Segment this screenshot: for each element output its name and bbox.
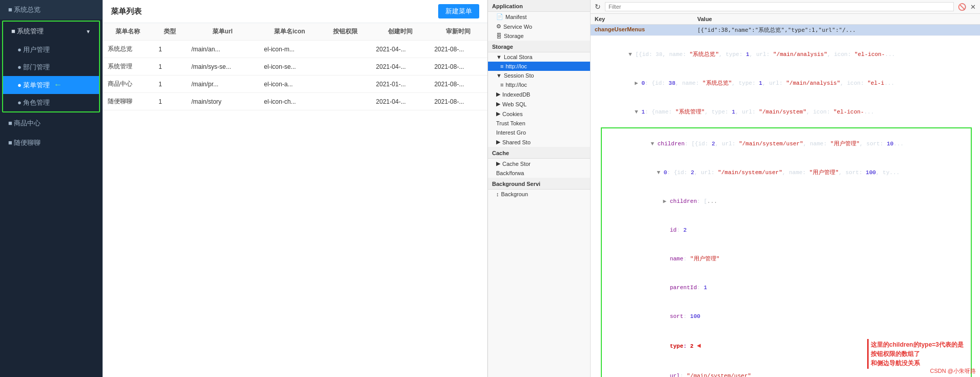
devtools-indexeddb-label: IndexedDB <box>502 91 530 98</box>
devtools-section-cache: Cache <box>488 147 590 159</box>
table-cell: 2021-04-... <box>371 41 429 58</box>
json-line-child-0[interactable]: ▼ 0: {id: 2, url: "/main/system/user", n… <box>604 158 969 187</box>
json-line-parentid: parentId: 1 <box>604 274 969 303</box>
json-line-type: type: 2 ◄ <box>604 331 969 362</box>
devtools-interest-groups[interactable]: Interest Gro <box>488 128 590 137</box>
grid-icon: ≡ <box>500 63 503 69</box>
table-cell: 1 <box>153 93 186 110</box>
json-line-children-expand[interactable]: ▶ children: [... <box>604 187 969 216</box>
filter-input[interactable] <box>605 2 954 11</box>
devtools-session-http-label: http://loc <box>505 82 527 88</box>
json-line-root[interactable]: ▼ [{id: 38, name: "系统总览", type: 1, url: … <box>595 40 976 69</box>
new-menu-button[interactable]: 新建菜单 <box>438 4 479 18</box>
table-row: 系统总览1/main/an...el-icon-m...2021-04-...2… <box>103 41 487 58</box>
sidebar-item-chat[interactable]: ■ 随便聊聊 <box>0 133 102 153</box>
devtools-panel: Application 📄 Manifest ⚙ Service Wo 🗄 St… <box>487 0 980 377</box>
json-line-sort: sort: 100 <box>604 303 969 331</box>
grid-icon: ≡ <box>500 82 503 88</box>
arrow-icon: ← <box>54 80 62 89</box>
devtools-cookies[interactable]: ▶ Cookies <box>488 109 590 119</box>
devtools-session-storage[interactable]: ▼ Session Sto <box>488 71 590 80</box>
table-header-row: 菜单名称 类型 菜单url 菜单名icon 按钮权限 创建时间 审新时间 <box>103 23 487 41</box>
devtools-background-label: Backgroun <box>501 191 528 197</box>
watermark: CSDN @小朱呀路 <box>930 367 976 375</box>
devtools-section-storage: Storage <box>488 41 590 52</box>
col-header-created: 创建时间 <box>371 23 429 41</box>
col-header-type: 类型 <box>153 23 186 41</box>
table-cell: 2021-08-... <box>429 58 487 76</box>
json-line-id: id: 2 <box>604 216 969 244</box>
sidebar-item-role-manage[interactable]: ● 角色管理 <box>3 94 99 111</box>
sidebar-item-label: ■ 系统总览 <box>8 5 41 14</box>
close-icon[interactable]: ✕ <box>970 3 976 11</box>
sidebar-item-product-center[interactable]: ■ 商品中心 <box>0 114 102 133</box>
json-line-0[interactable]: ▶ 0: {id: 38, name: "系统总览", type: 1, url… <box>595 69 976 98</box>
devtools-back-forward[interactable]: Back/forwa <box>488 168 590 178</box>
expand-icon: ▶ <box>496 110 500 117</box>
devtools-interest-groups-label: Interest Gro <box>496 129 526 136</box>
sidebar-sub-label: ● 角色管理 <box>17 99 50 106</box>
devtools-background[interactable]: ↕ Backgroun <box>488 190 590 199</box>
devtools-cache-storage-label: Cache Stor <box>502 161 531 167</box>
devtools-section-bg-services: Background Servi <box>488 178 590 190</box>
table-cell <box>320 93 371 110</box>
refresh-icon[interactable]: ↻ <box>595 3 601 11</box>
sidebar-item-menu-manage[interactable]: ● 菜单管理 ← <box>3 76 99 94</box>
devtools-session-http[interactable]: ≡ http://loc <box>488 80 590 89</box>
sidebar-item-label: ■ 系统管理 <box>11 27 44 36</box>
devtools-sources-tree: Application 📄 Manifest ⚙ Service Wo 🗄 St… <box>488 0 591 377</box>
kv-key: changeUserMenus <box>595 26 697 32</box>
table-cell: /main/pr... <box>186 76 259 93</box>
devtools-indexeddb[interactable]: ▶ IndexedDB <box>488 89 590 99</box>
col-header-icon: 菜单名icon <box>259 23 320 41</box>
devtools-manifest-label: Manifest <box>505 14 527 20</box>
devtools-storage-link[interactable]: 🗄 Storage <box>488 31 590 41</box>
json-tree-content: ▼ [{id: 38, name: "系统总览", type: 1, url: … <box>591 38 980 377</box>
sidebar-group-system-manage: ■ 系统管理 ▼ ● 用户管理 ● 部门管理 ● 菜单管理 ← ● 角色管理 <box>2 21 100 112</box>
sidebar-item-label: ■ 商品中心 <box>8 119 41 128</box>
no-entry-icon[interactable]: 🚫 <box>958 3 966 11</box>
devtools-json-tree: ▼ [{id: 38, name: "系统总览", type: 1, url: … <box>591 36 980 377</box>
expand-icon: ▶ <box>496 91 500 98</box>
kv-value: [{"id":38,"name":"系统总览","type":1,"url":"… <box>697 26 976 34</box>
table-body: 系统总览1/main/an...el-icon-m...2021-04-...2… <box>103 41 487 110</box>
kv-key-header: Key <box>595 16 697 22</box>
devtools-local-storage-label: Local Stora <box>504 54 533 60</box>
chevron-icon: ▼ <box>86 29 91 34</box>
table-cell: /main/an... <box>186 41 259 58</box>
sidebar-item-system-manage[interactable]: ■ 系统管理 ▼ <box>3 22 99 41</box>
devtools-local-storage[interactable]: ▼ Local Stora <box>488 52 590 62</box>
devtools-section-application: Application <box>488 0 590 12</box>
storage-icon: 🗄 <box>496 33 502 39</box>
table-cell <box>320 58 371 76</box>
table-row: 系统管理1/main/sys-se...el-icon-se...2021-04… <box>103 58 487 76</box>
table-cell: 商品中心 <box>103 76 153 93</box>
kv-row[interactable]: changeUserMenus [{"id":38,"name":"系统总览",… <box>591 25 980 36</box>
table-cell: 系统总览 <box>103 41 153 58</box>
table-cell: /main/sys-se... <box>186 58 259 76</box>
json-line-1[interactable]: ▼ 1: {name: "系统管理", type: 1, url: "/main… <box>595 98 976 126</box>
col-header-updated: 审新时间 <box>429 23 487 41</box>
sidebar-item-dept-manage[interactable]: ● 部门管理 <box>3 59 99 76</box>
devtools-cache-storage[interactable]: ▶ Cache Stor <box>488 159 590 168</box>
document-icon: 📄 <box>496 13 503 20</box>
devtools-trust-tokens[interactable]: Trust Token <box>488 119 590 128</box>
table-cell: el-icon-ch... <box>259 93 320 110</box>
devtools-web-sql[interactable]: ▶ Web SQL <box>488 99 590 109</box>
devtools-shared-storage[interactable]: ▶ Shared Sto <box>488 137 590 147</box>
gear-icon: ⚙ <box>496 23 501 30</box>
devtools-local-storage-http[interactable]: ≡ http://loc <box>488 62 590 71</box>
sidebar-item-system-overview[interactable]: ■ 系统总览 <box>0 0 102 20</box>
table-cell: /main/story <box>186 93 259 110</box>
json-line-name: name: "用户管理" <box>604 244 969 273</box>
sidebar-item-user-manage[interactable]: ● 用户管理 <box>3 41 99 59</box>
sidebar-item-label: ■ 随便聊聊 <box>8 138 41 147</box>
col-header-btn: 按钮权限 <box>320 23 371 41</box>
json-line-children[interactable]: ▼ children: [{id: 2, url: "/main/system/… <box>604 129 969 158</box>
table-area: 菜单列表 新建菜单 菜单名称 类型 菜单url 菜单名icon 按钮权限 创建时… <box>103 0 487 377</box>
table-cell: 2021-01-... <box>371 76 429 93</box>
devtools-manifest[interactable]: 📄 Manifest <box>488 12 590 22</box>
devtools-trust-tokens-label: Trust Token <box>496 120 525 126</box>
devtools-service-worker[interactable]: ⚙ Service Wo <box>488 22 590 31</box>
col-header-url: 菜单url <box>186 23 259 41</box>
